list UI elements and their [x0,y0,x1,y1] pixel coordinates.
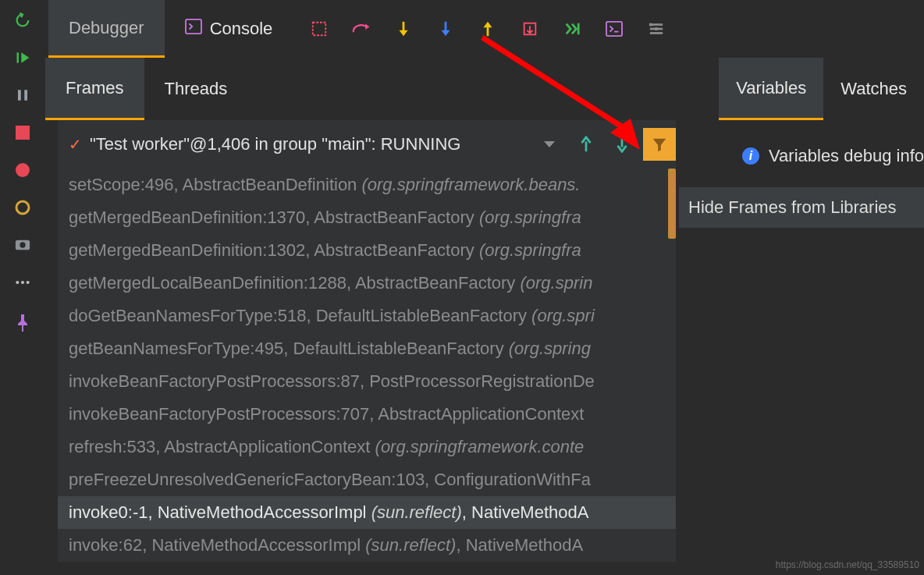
frame-text: invokeBeanFactoryPostProcessors:87, Post… [69,371,595,391]
frame-row[interactable]: invokeBeanFactoryPostProcessors:707, Abs… [58,398,676,431]
svg-rect-0 [17,52,20,62]
svg-rect-18 [606,22,622,36]
variables-info-row[interactable]: i Variables debug info [728,133,924,179]
frame-tail: , NativeMethodA [456,535,583,555]
filter-frames-button[interactable] [643,128,676,161]
frame-package: (org.springframework.conte [375,437,585,456]
frame-text: getMergedBeanDefinition:1370, AbstractBe… [69,208,479,227]
frame-row[interactable]: invoke:62, NativeMethodAccessorImpl (sun… [58,529,676,562]
right-tab-watches[interactable]: Watches [823,58,924,120]
sub-tab-threads-label: Threads [165,79,228,99]
scrollbar-thumb[interactable] [668,169,676,239]
evaluate-expression-icon[interactable] [605,20,624,38]
pause-button[interactable] [13,86,32,105]
frame-text: invoke0:-1, NativeMethodAccessorImpl [69,502,371,522]
pin-button[interactable] [13,314,32,332]
run-to-cursor-icon[interactable] [563,20,581,38]
svg-rect-23 [656,27,659,30]
right-tab-watches-label: Watches [840,79,907,99]
stop-button[interactable] [13,123,32,142]
svg-point-10 [27,281,30,284]
rerun-button[interactable] [13,11,32,30]
left-toolbar [0,0,45,575]
frame-row[interactable]: setScope:496, AbstractBeanDefinition (or… [58,169,676,201]
hide-frames-tooltip-text: Hide Frames from Libraries [688,197,897,218]
hide-frames-tooltip: Hide Frames from Libraries [679,187,924,228]
tab-console[interactable]: Console [165,0,293,58]
frame-text: getBeanNamesForType:495, DefaultListable… [69,339,509,358]
frame-row[interactable]: invoke0:-1, NativeMethodAccessorImpl (su… [58,496,676,529]
sub-tab-threads[interactable]: Threads [144,58,248,120]
sub-tab-frames-label: Frames [66,78,124,98]
check-icon: ✓ [69,135,82,154]
frames-list[interactable]: setScope:496, AbstractBeanDefinition (or… [58,169,676,562]
frame-row[interactable]: doGetBeanNamesForType:518, DefaultListab… [58,300,676,332]
frame-text: preFreezeUnresolvedGenericFactoryBean:10… [69,470,591,489]
svg-point-7 [20,242,25,247]
mute-breakpoints-button[interactable] [13,198,32,217]
frame-package: (org.springfra [479,208,581,227]
sub-tab-frames[interactable]: Frames [45,58,144,120]
right-tab-bar: Variables Watches [719,58,924,120]
svg-point-8 [16,281,19,284]
info-icon: i [742,147,759,165]
tab-debugger-label: Debugger [69,18,144,38]
thread-dropdown-icon[interactable] [543,137,556,151]
svg-point-5 [16,201,29,214]
frame-row[interactable]: getBeanNamesForType:495, DefaultListable… [58,332,676,365]
frame-row[interactable]: preFreezeUnresolvedGenericFactoryBean:10… [58,463,676,496]
frame-row[interactable]: getMergedLocalBeanDefinition:1288, Abstr… [58,267,676,300]
show-execution-point-icon[interactable] [310,20,329,38]
drop-frame-icon[interactable] [521,20,539,38]
frame-package: (org.springfra [479,240,581,260]
right-tab-variables[interactable]: Variables [719,58,823,120]
resume-button[interactable] [13,48,32,67]
frame-package: (org.sprin [520,273,592,293]
frame-package: (org.springframework.beans. [361,175,580,194]
frame-package: (org.spring [509,339,591,358]
frame-text: setScope:496, AbstractBeanDefinition [69,175,361,194]
frame-row[interactable]: getMergedBeanDefinition:1370, AbstractBe… [58,201,676,234]
frame-text: refresh:533, AbstractApplicationContext [69,437,375,456]
frame-row[interactable]: getMergedBeanDefinition:1302, AbstractBe… [58,234,676,267]
frame-package: (org.spri [531,306,595,325]
tab-debugger[interactable]: Debugger [48,0,165,58]
thread-dump-button[interactable] [13,236,32,254]
more-button[interactable] [13,273,32,292]
svg-rect-1 [18,90,21,101]
frame-tail: , NativeMethodA [462,502,589,522]
thread-selector[interactable]: ✓ "Test worker"@1,406 in group "main": R… [58,134,543,154]
svg-rect-12 [313,23,326,36]
force-step-into-icon[interactable] [436,20,455,38]
frame-package: (sun.reflect) [365,535,456,555]
right-tab-variables-label: Variables [736,78,806,98]
variables-info-text: Variables debug info [769,146,924,166]
step-over-icon[interactable] [352,20,371,38]
tab-console-label: Console [210,19,273,39]
svg-point-4 [16,163,30,177]
svg-rect-11 [186,20,201,34]
frame-row[interactable]: refresh:533, AbstractApplicationContext … [58,431,676,463]
thread-selector-bar: ✓ "Test worker"@1,406 in group "main": R… [58,120,676,169]
watermark: https://blog.csdn.net/qq_33589510 [776,559,919,570]
svg-rect-22 [649,23,652,27]
thread-selector-text: "Test worker"@1,406 in group "main": RUN… [90,134,460,154]
terminal-icon [185,19,202,39]
step-out-icon[interactable] [478,20,497,38]
frame-text: doGetBeanNamesForType:518, DefaultListab… [69,306,531,325]
trace-current-stream-icon[interactable] [647,20,666,38]
step-into-icon[interactable] [394,20,413,38]
next-frame-icon[interactable] [610,133,634,156]
view-breakpoints-button[interactable] [13,161,32,179]
top-tab-bar: Debugger Console [45,0,924,58]
previous-frame-icon[interactable] [574,133,598,156]
frame-text: invoke:62, NativeMethodAccessorImpl [69,535,365,555]
svg-point-9 [21,281,24,284]
frame-text: getMergedLocalBeanDefinition:1288, Abstr… [69,273,520,293]
svg-rect-3 [16,126,30,140]
frame-row[interactable]: invokeBeanFactoryPostProcessors:87, Post… [58,365,676,398]
debug-toolbar [310,20,666,38]
frame-text: invokeBeanFactoryPostProcessors:707, Abs… [69,404,584,424]
frame-package: (sun.reflect) [371,502,462,522]
frame-text: getMergedBeanDefinition:1302, AbstractBe… [69,240,479,260]
